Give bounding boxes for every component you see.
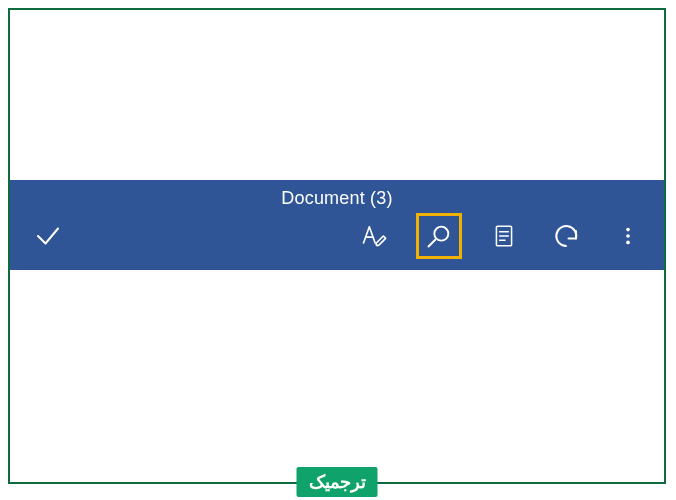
watermark-badge: ترجمیک xyxy=(297,467,378,497)
text-edit-button[interactable] xyxy=(354,216,394,256)
search-button[interactable] xyxy=(416,213,462,259)
confirm-button[interactable] xyxy=(28,216,68,256)
search-icon xyxy=(425,222,453,250)
svg-point-1 xyxy=(434,227,448,241)
more-options-button[interactable] xyxy=(608,216,648,256)
toolbar-right-group xyxy=(354,213,654,259)
svg-line-2 xyxy=(429,240,436,247)
toolbar-left-group xyxy=(28,216,68,256)
document-title: Document (3) xyxy=(10,180,664,209)
page-layout-button[interactable] xyxy=(484,216,524,256)
undo-icon xyxy=(551,221,581,251)
page-layout-icon xyxy=(491,223,517,249)
undo-button[interactable] xyxy=(546,216,586,256)
text-pen-icon xyxy=(360,222,388,250)
toolbar-icon-row xyxy=(10,209,664,263)
checkmark-icon xyxy=(33,221,63,251)
app-toolbar: Document (3) xyxy=(10,180,664,270)
svg-point-8 xyxy=(626,234,630,238)
svg-point-7 xyxy=(626,228,630,232)
svg-point-9 xyxy=(626,241,630,245)
more-vertical-icon xyxy=(617,225,639,247)
screenshot-frame: Document (3) xyxy=(8,8,666,484)
